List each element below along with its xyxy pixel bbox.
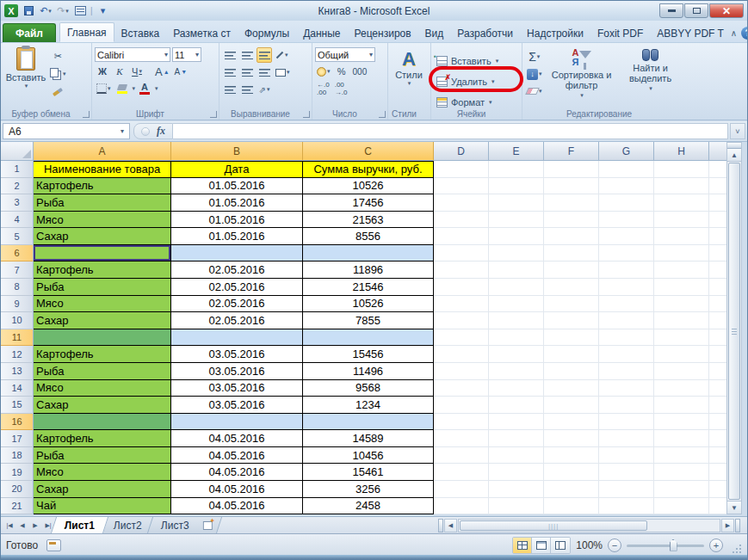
cell-A1[interactable]: Наименование товара <box>34 161 171 178</box>
cell-G16[interactable] <box>599 414 654 431</box>
increase-decimal-button[interactable]: ←.0.00 <box>315 81 331 96</box>
cell-G9[interactable] <box>599 296 654 313</box>
cell-stub3[interactable] <box>709 194 728 212</box>
tab-3[interactable]: Формулы <box>238 24 296 42</box>
font-size-combo[interactable]: 11▾ <box>172 47 201 62</box>
cell-E3[interactable] <box>489 194 544 212</box>
cell-D6[interactable] <box>434 245 489 262</box>
cell-G12[interactable] <box>599 346 654 363</box>
cell-C17[interactable]: 14589 <box>303 430 434 447</box>
tab-6[interactable]: Вид <box>418 24 451 42</box>
cell-stub10[interactable] <box>709 312 728 329</box>
cell-H19[interactable] <box>654 464 709 481</box>
cell-G19[interactable] <box>599 464 654 481</box>
cell-B21[interactable]: 04.05.2016 <box>171 498 303 515</box>
cell-C15[interactable]: 1234 <box>303 397 434 414</box>
borders-button[interactable]: ▾ <box>95 81 113 96</box>
cell-G21[interactable] <box>599 498 654 515</box>
cell-stub9[interactable] <box>709 296 728 313</box>
align-left-button[interactable] <box>222 65 238 80</box>
cell-B9[interactable]: 02.05.2016 <box>171 296 303 313</box>
cell-F9[interactable] <box>544 296 599 313</box>
autosum-button[interactable]: Σ▾ <box>525 49 544 65</box>
excel-logo-icon[interactable]: X <box>4 4 18 17</box>
tab-2[interactable]: Разметка ст <box>166 24 238 42</box>
select-all-corner[interactable] <box>1 142 34 161</box>
cell-H21[interactable] <box>654 498 709 515</box>
cell-E17[interactable] <box>489 430 544 447</box>
cell-A8[interactable]: Рыба <box>34 279 171 296</box>
cell-F12[interactable] <box>544 346 599 363</box>
cell-stub13[interactable] <box>709 363 728 380</box>
redo-button[interactable]: ↷▾ <box>56 4 70 17</box>
row-header-16[interactable]: 16 <box>1 414 34 431</box>
cell-E2[interactable] <box>489 178 544 195</box>
row-header-1[interactable]: 1 <box>1 161 34 178</box>
cell-G20[interactable] <box>599 481 654 498</box>
custom-qat-button[interactable] <box>73 4 87 17</box>
cell-C20[interactable]: 3256 <box>303 481 434 498</box>
scroll-right-icon[interactable]: ▶ <box>721 519 734 532</box>
cell-stub2[interactable] <box>709 178 728 195</box>
cell-E10[interactable] <box>489 312 544 329</box>
cell-H15[interactable] <box>654 397 709 414</box>
row-header-12[interactable]: 12 <box>1 346 34 363</box>
cell-A15[interactable]: Сахар <box>34 397 171 414</box>
maximize-button[interactable] <box>684 3 708 18</box>
cell-D15[interactable] <box>434 397 489 414</box>
vertical-scroll-thumb[interactable] <box>728 163 740 500</box>
cell-F10[interactable] <box>544 312 599 329</box>
cell-D1[interactable] <box>434 161 489 178</box>
cell-B14[interactable]: 03.05.2016 <box>171 380 303 397</box>
tab-9[interactable]: Foxit PDF <box>590 24 650 42</box>
horizontal-scroll-thumb[interactable] <box>460 520 647 531</box>
column-header-G[interactable]: G <box>599 142 654 161</box>
cell-A14[interactable]: Мясо <box>34 380 171 397</box>
cell-A5[interactable]: Сахар <box>34 228 171 245</box>
row-header-8[interactable]: 8 <box>1 279 34 296</box>
cell-G15[interactable] <box>599 397 654 414</box>
styles-button[interactable]: А Стили ▾ <box>391 49 427 87</box>
cell-D9[interactable] <box>434 296 489 313</box>
vertical-split-handle[interactable] <box>727 143 741 149</box>
cell-stub18[interactable] <box>709 447 728 465</box>
qat-dropdown-button[interactable]: ▾ <box>96 4 110 17</box>
cell-stub20[interactable] <box>709 481 728 498</box>
cell-A2[interactable]: Картофель <box>34 178 171 195</box>
cell-H4[interactable] <box>654 212 709 229</box>
fill-button[interactable]: ↓▾ <box>525 66 544 82</box>
cell-H14[interactable] <box>654 380 709 397</box>
cell-D14[interactable] <box>434 380 489 397</box>
cell-stub5[interactable] <box>709 228 728 245</box>
tab-5[interactable]: Рецензиров <box>347 24 417 42</box>
zoom-slider[interactable] <box>627 545 704 547</box>
cell-B16[interactable] <box>171 414 303 431</box>
cell-stub16[interactable] <box>709 414 728 431</box>
cell-F11[interactable] <box>544 329 599 347</box>
cell-C19[interactable]: 15461 <box>303 464 434 481</box>
underline-button[interactable]: Ч▾ <box>129 64 145 79</box>
cell-F19[interactable] <box>544 464 599 481</box>
cell-C11[interactable] <box>303 329 434 347</box>
cell-F5[interactable] <box>544 228 599 245</box>
italic-button[interactable]: К <box>112 64 127 79</box>
font-dialog-launcher[interactable] <box>210 111 217 118</box>
column-header-H[interactable]: H <box>654 142 709 161</box>
zoom-out-button[interactable]: − <box>608 538 621 552</box>
cell-F7[interactable] <box>544 262 599 279</box>
column-header-A[interactable]: A <box>34 142 171 161</box>
row-header-4[interactable]: 4 <box>1 212 34 229</box>
scroll-up-icon[interactable]: ▲ <box>727 149 741 162</box>
cell-B6[interactable] <box>171 245 303 262</box>
cell-D5[interactable] <box>434 228 489 245</box>
cell-E15[interactable] <box>489 397 544 414</box>
cell-stub7[interactable] <box>709 262 728 279</box>
cell-A17[interactable]: Картофель <box>34 430 171 447</box>
macro-record-icon[interactable] <box>46 539 61 551</box>
cell-A13[interactable]: Рыба <box>34 363 171 380</box>
cell-D4[interactable] <box>434 212 489 229</box>
sort-filter-button[interactable]: АЯ Сортировка и фильтр▾ <box>547 46 616 102</box>
cell-stub19[interactable] <box>709 464 728 481</box>
cell-E16[interactable] <box>489 414 544 431</box>
row-header-17[interactable]: 17 <box>1 430 34 447</box>
